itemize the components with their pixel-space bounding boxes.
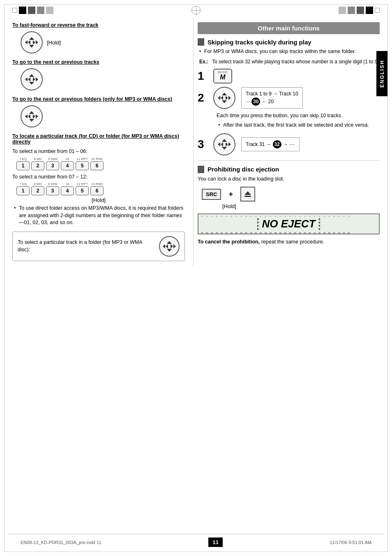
step1-number: 1 (198, 70, 209, 83)
color-swatch-mid (37, 7, 44, 14)
num-btn-3b: 3 (46, 186, 59, 195)
section-next-prev-heading: To go to the next or previous tracks (12, 59, 185, 65)
num-btn-6b: 6 (90, 186, 104, 195)
dbl-arrow-r1 (33, 40, 35, 44)
middle-row (25, 40, 38, 44)
dbl-arrow-l2 (28, 40, 30, 44)
dbl-arrow-r8 (173, 244, 176, 248)
dbl-r2-step3 (228, 142, 231, 146)
left-reg-marks (12, 7, 53, 14)
btn-label-7eq: 7 EQ (19, 157, 27, 161)
btn-label-12rnd: 12 RND (91, 157, 103, 161)
middle-row2 (25, 77, 38, 81)
number-buttons-row1: 7 EQ 1 8 MO 2 9 S6M 3 10 4 11 RPT 5 (16, 157, 185, 170)
num-btn-4b: 4 (61, 186, 74, 195)
dbl-r1-step2 (226, 96, 228, 100)
nav-button-infobox (159, 236, 180, 257)
arrow-down-icon2 (29, 82, 34, 85)
arrow-up-icon4 (167, 241, 172, 244)
other-main-functions-header: Other main functions (198, 22, 380, 34)
no-eject-text: NO EJECT (262, 218, 315, 230)
skip-bullet2: After the last track, the first track wi… (217, 122, 380, 129)
prohibiting-title: Prohibiting disc ejection (208, 166, 279, 173)
arrow-down-step3 (222, 147, 227, 150)
track-flow-step2: Track 1 to 9 → Track 10 ··· 30 ← 20 (241, 87, 303, 109)
serrations-top: ▲▲▲▲▲▲▲▲▲▲▲▲▲▲▲▲▲▲▲▲▲▲▲▲▲▲▲▲▲▲▲ (198, 214, 379, 217)
track-highlighted-30: 30 (251, 97, 260, 106)
double-left-icon2 (25, 77, 30, 81)
no-eject-display: ▲▲▲▲▲▲▲▲▲▲▲▲▲▲▲▲▲▲▲▲▲▲▲▲▲▲▲▲▲▲▲ NO EJECT (198, 213, 380, 234)
ne-arrow-l3 (318, 225, 320, 227)
arrow-down-icon4 (167, 249, 172, 252)
num-btn-5b: 5 (76, 186, 89, 195)
dbl-arrow-l5 (25, 114, 28, 118)
eject-bar (244, 196, 251, 197)
section-locate-heading: To locate a particular track (for CD) or… (12, 133, 185, 145)
ex-description: To select track 32 while playing tracks … (212, 59, 379, 65)
folder-control-row (21, 105, 185, 127)
section-folders-heading: To go to the next or previous folders (o… (12, 96, 185, 102)
eject-button-icon (240, 187, 255, 202)
step2-description: Each time you press the button, you can … (217, 112, 380, 120)
dbl-right-step3 (226, 142, 231, 146)
middle-row-step3 (218, 142, 231, 146)
skipping-tracks-title: Skipping tracks quickly during play (208, 39, 311, 46)
btn-group-5: 11 RPT 5 (76, 157, 89, 170)
num-btn-3: 3 (46, 161, 59, 170)
btn-group-1: 7 EQ 1 (16, 157, 30, 170)
skip-bullet1: For MP3 or WMA discs, you can skip track… (198, 48, 380, 56)
number-buttons-row2: 7 EQ 1 8 MO 2 9 S6M 3 10 4 11 RPT 5 (16, 182, 185, 195)
double-left-icon (25, 40, 30, 44)
arrow-up-step2 (222, 93, 227, 95)
btn-group-1b: 7 EQ 1 (16, 182, 30, 195)
num-btn-4: 4 (61, 161, 74, 170)
dbl-arrow-l4 (28, 77, 30, 81)
hold-label-prohibit: [Hold] (222, 203, 380, 209)
crosshair-center (191, 6, 201, 15)
left-column: To fast-forward or reverse the track (8, 18, 193, 267)
dbl-arrow-r2 (36, 40, 38, 44)
next-prev-control-row (21, 68, 185, 90)
color-swatch-light2 (339, 7, 346, 14)
serrations-bottom: ▼▼▼▼▼▼▼▼▼▼▼▼▼▼▼▼▼▼▼▼▼▼▼▼▼▼▼▼▼▼▼ (198, 231, 379, 234)
reg-mark (12, 8, 17, 13)
ex-label: Ex.: (199, 59, 208, 65)
double-left-icon4 (163, 244, 168, 248)
num-btn-6: 6 (90, 161, 104, 170)
dbl-arrow-l7 (163, 244, 165, 248)
btn-label-11rpt: 11 RPT (76, 157, 88, 161)
ne-arrow-l2 (318, 221, 320, 224)
dbl-arrow-l8 (166, 244, 168, 248)
middle-row3 (25, 114, 38, 118)
arrow-up-icon3 (29, 111, 34, 114)
color-swatch-dark2 (357, 7, 364, 14)
section-fast-forward-heading: To fast-forward or reverse the track (12, 22, 185, 28)
reg-mark2 (375, 8, 380, 13)
ne-arrow-l1 (318, 218, 320, 220)
separator (198, 160, 380, 161)
dbl-l1-step3 (218, 142, 220, 146)
color-swatch-mid2 (348, 7, 355, 14)
info-box: To select a particular track in a folder… (12, 232, 185, 261)
dbl-arrow-l6 (28, 114, 30, 118)
btn-group-4b: 10 4 (61, 182, 74, 195)
bottom-left-text: EN08-13_KD-PDR31_003A_pre.indd 11 (21, 540, 101, 545)
plus-sign: + (228, 190, 233, 199)
track-highlighted-32: 32 (273, 140, 281, 148)
track-flow-end: ← 20 (262, 98, 274, 105)
dbl-left-step3 (218, 142, 223, 146)
btn-group-5b: 11 RPT 5 (76, 182, 89, 195)
info-box-text: To select a particular track in a folder… (18, 239, 153, 253)
btn-label-102: 10 (66, 182, 69, 186)
eject-triangle (244, 191, 251, 195)
middle-row4 (163, 244, 176, 248)
btn-group-2: 8 MO 2 (31, 157, 44, 170)
arrow-up-icon (29, 37, 34, 40)
dbl-arrow-r5 (33, 114, 35, 118)
hold-label-3: [Hold] (222, 203, 236, 209)
mode-label: MODE (218, 71, 228, 74)
page-number: 11 (208, 537, 222, 547)
step3-row: 3 (198, 133, 380, 155)
btn-label-11rpt2: 11 RPT (76, 182, 88, 186)
arrow-up-step3 (222, 139, 227, 142)
